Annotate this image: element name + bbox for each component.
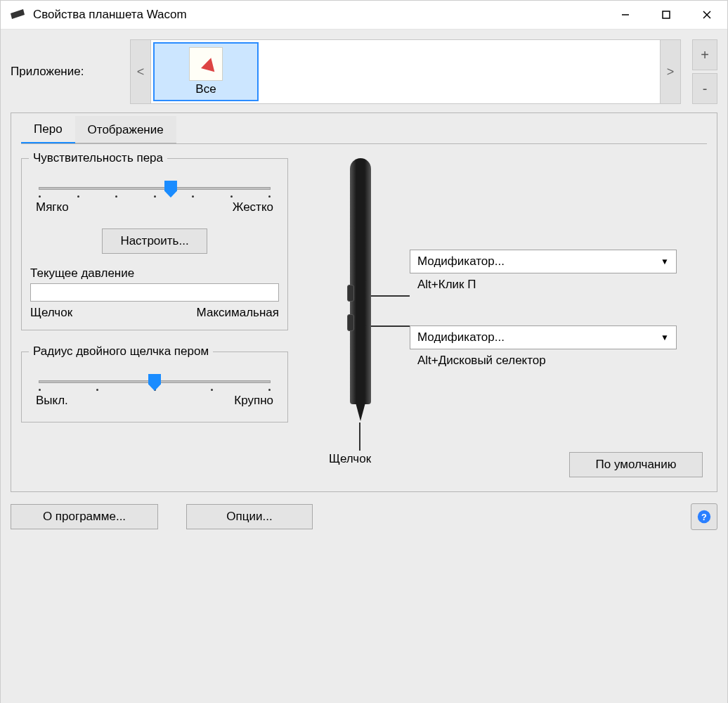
upper-button-value: Модификатор... xyxy=(417,254,505,269)
about-button[interactable]: О программе... xyxy=(11,504,158,529)
group-tip-feel-label: Чувствительность пера xyxy=(29,151,167,165)
tip-feel-soft-label: Мягко xyxy=(36,200,69,214)
application-item-label: Все xyxy=(195,82,216,96)
customize-button[interactable]: Настроить... xyxy=(102,228,207,254)
chevron-down-icon: ▼ xyxy=(661,257,669,266)
options-button[interactable]: Опции... xyxy=(186,504,313,529)
bottom-bar: О программе... Опции... ? xyxy=(11,503,717,530)
lower-connector-h xyxy=(371,325,410,327)
lower-button-value: Модификатор... xyxy=(417,330,505,344)
settings-panel: Перо Отображение Чувствительность пера xyxy=(11,112,717,492)
double-click-off-label: Выкл. xyxy=(36,394,68,408)
close-button[interactable] xyxy=(687,1,727,29)
pen-tip-label: Щелчок xyxy=(329,452,371,466)
help-button[interactable]: ? xyxy=(691,503,717,530)
minimize-button[interactable] xyxy=(605,1,646,29)
tip-feel-firm-label: Жестко xyxy=(233,200,273,214)
upper-button-dropdown[interactable]: Модификатор... ▼ xyxy=(410,250,677,273)
tip-feel-track xyxy=(39,187,271,190)
pressure-click-label: Щелчок xyxy=(30,306,72,320)
group-tip-feel: Чувствительность пера Мягко Жестко xyxy=(21,158,288,330)
lower-button-sub: Alt+Дисковый селектор xyxy=(417,354,546,368)
pen-upper-button-icon xyxy=(347,285,354,302)
double-click-track xyxy=(39,380,271,383)
upper-button-sub: Alt+Клик П xyxy=(417,278,476,292)
current-pressure-label: Текущее давление xyxy=(30,266,279,280)
application-item-all[interactable]: Все xyxy=(153,42,259,101)
tab-content-pen: Чувствительность пера Мягко Жестко xyxy=(21,144,707,444)
double-click-slider[interactable]: Выкл. Крупно xyxy=(30,363,279,412)
current-pressure-bar xyxy=(30,283,279,302)
app-scroll-right-button[interactable]: > xyxy=(660,39,681,104)
application-list: Все xyxy=(151,39,660,104)
titlebar: Свойства планшета Wacom xyxy=(1,1,727,29)
right-column: Щелчок Модификатор... ▼ Alt+Клик П Модиф… xyxy=(294,158,707,444)
wacom-properties-window: Свойства планшета Wacom Приложение: < Вс… xyxy=(0,0,728,703)
left-column: Чувствительность пера Мягко Жестко xyxy=(21,158,288,444)
all-apps-icon xyxy=(189,47,223,81)
window-title: Свойства планшета Wacom xyxy=(33,8,605,22)
maximize-button[interactable] xyxy=(646,1,687,29)
application-label: Приложение: xyxy=(11,65,123,79)
application-add-remove: + - xyxy=(692,39,717,104)
pressure-max-label: Максимальная xyxy=(197,306,279,320)
tab-pen[interactable]: Перо xyxy=(21,115,75,143)
chevron-down-icon: ▼ xyxy=(661,333,669,342)
application-strip: < Все > xyxy=(130,39,681,104)
pen-lower-button-icon xyxy=(347,314,354,331)
app-scroll-left-button[interactable]: < xyxy=(130,39,151,104)
tab-bar: Перо Отображение xyxy=(21,113,707,144)
svg-marker-0 xyxy=(11,9,25,19)
add-application-button[interactable]: + xyxy=(692,39,717,70)
pen-illustration xyxy=(350,158,371,404)
tip-feel-slider[interactable]: Мягко Жестко xyxy=(30,170,279,219)
help-icon: ? xyxy=(696,509,712,524)
svg-rect-2 xyxy=(663,11,670,18)
client-area: Приложение: < Все > + - Перо Отображение xyxy=(1,29,727,703)
lower-button-dropdown[interactable]: Модификатор... ▼ xyxy=(410,325,677,349)
tab-mapping[interactable]: Отображение xyxy=(75,116,176,143)
group-double-click: Радиус двойного щелчка пером Выкл. Крупн… xyxy=(21,352,288,423)
double-click-large-label: Крупно xyxy=(234,394,273,408)
tablet-icon xyxy=(9,6,26,23)
pen-tip-icon xyxy=(356,403,365,421)
group-double-click-label: Радиус двойного щелчка пером xyxy=(29,344,213,359)
upper-connector-h xyxy=(371,295,410,297)
svg-text:?: ? xyxy=(701,512,707,522)
pen-tip-connector xyxy=(359,423,360,451)
application-row: Приложение: < Все > + - xyxy=(11,39,717,104)
remove-application-button[interactable]: - xyxy=(692,73,717,104)
default-button[interactable]: По умолчанию xyxy=(569,452,703,477)
